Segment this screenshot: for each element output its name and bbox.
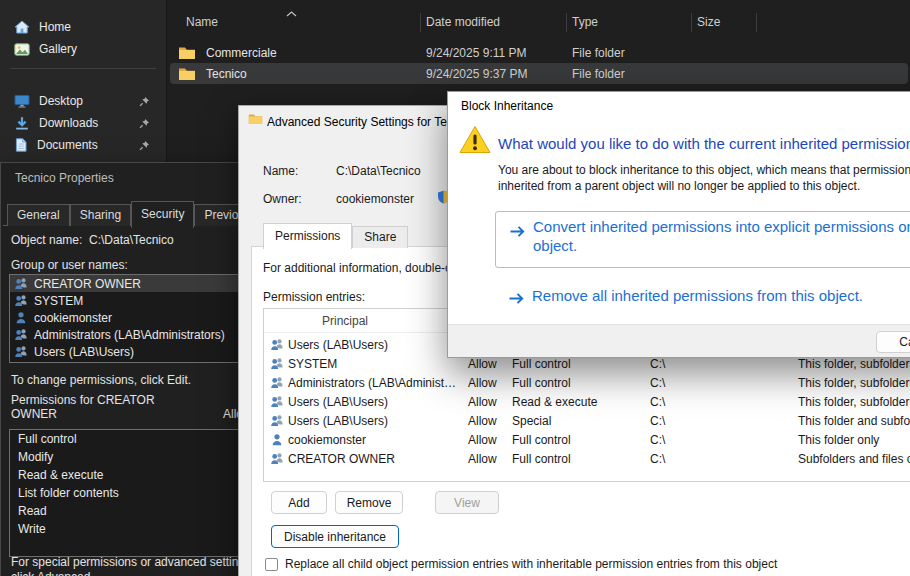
table-row[interactable]: Users (LAB\Users) Allow Special C:\ This… [264, 411, 910, 430]
object-name-label: Object name: [11, 233, 82, 247]
group-icon [270, 395, 284, 408]
cell-applies-to: This folder and subfolders [798, 414, 910, 428]
column-separator[interactable] [420, 13, 421, 32]
tab-share[interactable]: Share [352, 226, 408, 248]
downloads-icon [14, 116, 30, 130]
cell-type: Allow [468, 433, 497, 447]
cell-applies-to: This folder, subfolders and files [798, 395, 910, 409]
replace-permissions-label: Replace all child object permission entr… [285, 557, 777, 571]
tab-security[interactable]: Security [131, 201, 194, 228]
table-header-principal[interactable]: Principal [322, 314, 368, 328]
file-name: Commerciale [206, 46, 277, 60]
cell-applies-to: This folder, subfolders and files [798, 376, 910, 390]
add-button[interactable]: Add [271, 491, 327, 514]
group-icon [14, 328, 28, 341]
owner-label: Owner: [263, 192, 302, 206]
column-separator[interactable] [566, 13, 567, 32]
screen: Home Gallery Desktop Downloads Documents [0, 0, 910, 576]
group-icon [270, 414, 284, 427]
pin-icon [139, 118, 150, 132]
group-icon [14, 277, 28, 290]
cell-inherited-from: C:\ [650, 357, 665, 371]
warning-icon [459, 125, 491, 157]
sidebar-item-downloads[interactable]: Downloads [6, 112, 158, 134]
column-header-size[interactable]: Size [697, 15, 720, 29]
dialog-body-line: inherited from a parent object will no l… [498, 179, 860, 193]
cancel-button[interactable]: Cancel [876, 331, 910, 353]
sidebar-item-label: Downloads [39, 116, 98, 130]
principal-name: Users (LAB\Users) [34, 345, 134, 359]
cell-principal: Administrators (LAB\Administrators) [288, 376, 458, 390]
dialog-body-line: You are about to block inheritance to th… [498, 163, 910, 177]
file-date: 9/24/2025 9:11 PM [426, 46, 527, 60]
column-separator[interactable] [691, 13, 692, 32]
advanced-dialog-title[interactable]: Advanced Security Settings for Tecnico [267, 115, 475, 129]
table-row[interactable]: Administrators (LAB\Administrators) Allo… [264, 373, 910, 392]
file-row-commerciale[interactable]: Commerciale 9/24/2025 9:11 PM File folde… [170, 42, 908, 63]
tab-sharing[interactable]: Sharing [70, 204, 131, 226]
sidebar-item-documents[interactable]: Documents [6, 134, 158, 156]
permission-entries-label: Permission entries: [263, 290, 365, 304]
cell-access: Full control [512, 376, 571, 390]
file-row-tecnico[interactable]: Tecnico 9/24/2025 9:37 PM File folder [170, 63, 908, 84]
sidebar-item-home[interactable]: Home [6, 16, 158, 38]
cell-type: Allow [468, 452, 497, 466]
remove-button[interactable]: Remove [335, 491, 403, 514]
group-icon [270, 452, 284, 465]
command-link-arrow-icon [509, 225, 526, 238]
disable-inheritance-button[interactable]: Disable inheritance [271, 525, 399, 548]
pin-icon [139, 96, 150, 110]
block-inheritance-dialog: Block Inheritance What would you like to… [447, 91, 910, 358]
cell-type: Allow [468, 414, 497, 428]
cell-principal: cookiemonster [288, 433, 366, 447]
principal-name: Administrators (LAB\Administrators) [34, 328, 225, 342]
cell-access: Read & execute [512, 395, 597, 409]
file-type: File folder [572, 67, 625, 81]
column-header-type[interactable]: Type [572, 15, 598, 29]
cell-type: Allow [468, 357, 497, 371]
principal-name: SYSTEM [34, 294, 83, 308]
file-type: File folder [572, 46, 625, 60]
home-icon [14, 20, 30, 34]
dialog-heading: What would you like to do with the curre… [498, 135, 910, 152]
column-separator[interactable] [756, 13, 757, 32]
cell-inherited-from: C:\ [650, 395, 665, 409]
folder-icon [178, 46, 196, 60]
sidebar-item-label: Desktop [39, 94, 83, 108]
table-row[interactable]: cookiemonster Allow Full control C:\ Thi… [264, 430, 910, 449]
principal-name: cookiemonster [34, 311, 112, 325]
cell-type: Allow [468, 376, 497, 390]
sidebar-item-label: Documents [37, 138, 98, 152]
cell-applies-to: Subfolders and files only [798, 452, 910, 466]
block-dialog-title[interactable]: Block Inheritance [461, 99, 553, 113]
sidebar-item-label: Gallery [39, 42, 77, 56]
replace-permissions-checkbox[interactable] [265, 558, 278, 571]
remove-permissions-option[interactable]: Remove all inherited permissions from th… [532, 286, 863, 305]
cell-inherited-from: C:\ [650, 433, 665, 447]
gallery-icon [14, 43, 30, 56]
cell-access: Special [512, 414, 551, 428]
object-name-value: C:\Data\Tecnico [89, 233, 174, 247]
column-header-name[interactable]: Name [186, 15, 218, 29]
dialog-footer [448, 324, 910, 357]
tab-permissions[interactable]: Permissions [263, 223, 352, 249]
group-icon [270, 376, 284, 389]
file-date: 9/24/2025 9:37 PM [426, 67, 527, 81]
sidebar-item-desktop[interactable]: Desktop [6, 90, 158, 112]
column-header-date-modified[interactable]: Date modified [426, 15, 500, 29]
sidebar-item-gallery[interactable]: Gallery [6, 38, 158, 60]
advanced-hint: For special permissions or advanced sett… [11, 555, 271, 576]
properties-dialog-title[interactable]: Tecnico Properties [15, 171, 114, 185]
table-row[interactable]: CREATOR OWNER Allow Full control C:\ Sub… [264, 449, 910, 468]
group-icon [14, 345, 28, 358]
cell-inherited-from: C:\ [650, 376, 665, 390]
permissions-for-label: Permissions for CREATOR OWNER [11, 393, 179, 421]
sidebar-divider [10, 68, 156, 69]
view-button: View [435, 491, 499, 514]
tab-general[interactable]: General [7, 204, 70, 226]
owner-value: cookiemonster [336, 192, 414, 206]
cell-access: Full control [512, 433, 571, 447]
cell-principal: Users (LAB\Users) [288, 414, 388, 428]
table-row[interactable]: Users (LAB\Users) Allow Read & execute C… [264, 392, 910, 411]
convert-permissions-option[interactable]: Convert inherited permissions into expli… [495, 211, 910, 268]
